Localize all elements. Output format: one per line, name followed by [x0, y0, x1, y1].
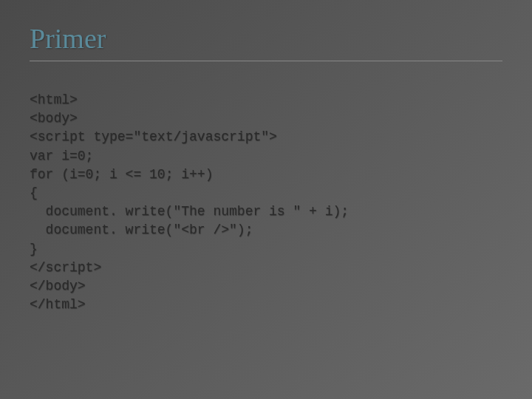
slide-container: Primer <html><body><script type="text/ja… — [0, 0, 532, 399]
code-block: <html><body><script type="text/javascrip… — [30, 91, 502, 314]
code-line: document. write("The number is " + i); — [30, 202, 502, 221]
code-line: </html> — [30, 296, 502, 314]
code-line: var i=0; — [30, 147, 502, 166]
code-line: <script type="text/javascript"> — [30, 128, 502, 146]
code-line: document. write("<br />"); — [30, 221, 502, 239]
code-line: } — [30, 240, 502, 259]
code-line: </body> — [30, 277, 502, 296]
title-divider — [30, 61, 502, 61]
code-line: </script> — [30, 259, 502, 277]
code-line: for (i=0; i <= 10; i++) — [30, 166, 502, 184]
code-line: <body> — [30, 109, 502, 128]
slide-title: Primer — [30, 22, 502, 55]
code-line: <html> — [30, 91, 502, 109]
code-line: { — [30, 184, 502, 202]
